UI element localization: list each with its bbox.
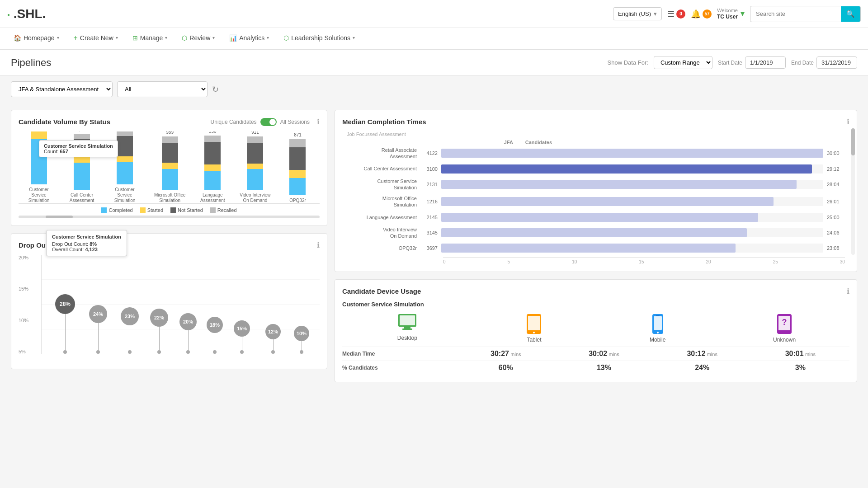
device-unknown: ? Unknown <box>773 313 796 343</box>
bubble-line-7 <box>242 337 242 350</box>
search-button[interactable]: 🔍 <box>841 6 860 22</box>
nav-item-create-new[interactable]: + Create New ▾ <box>67 28 124 49</box>
bar-count-6: 911 <box>251 131 259 135</box>
top-bar: ● .SHL. English (US) ▾ ☰ 0 🔔 57 Welcome … <box>0 0 868 28</box>
search-bar: 🔍 <box>750 6 861 22</box>
bar-completed-6 <box>247 169 263 190</box>
nav-item-homepage[interactable]: 🏠 Homepage ▾ <box>7 28 66 49</box>
hbar-label-2: Call Center Assessment <box>347 165 417 172</box>
drop-out-rate-card: Drop Out Rate ℹ 20% 15% 10% 5% Customer … <box>11 233 327 369</box>
unknown-pct-value: 3% <box>795 364 806 371</box>
start-date-value[interactable]: 1/1/2019 <box>745 56 786 69</box>
bubble-line-4 <box>159 327 160 350</box>
unique-candidates-toggle-row: Unique Candidates All Sessions <box>211 118 310 126</box>
svg-rect-2 <box>400 315 415 325</box>
info-icon-median[interactable]: ℹ <box>847 117 849 126</box>
legend-color-completed <box>101 207 107 213</box>
alerts-badge: 57 <box>703 9 712 19</box>
nav-item-manage[interactable]: ⊞ Manage ▾ <box>126 28 174 49</box>
search-input[interactable] <box>750 7 841 21</box>
date-range-select[interactable]: Custom Range <box>654 56 712 69</box>
hbar-track-4 <box>441 197 823 206</box>
ytick-15: 15% <box>19 286 28 291</box>
bar-stack-6 <box>246 136 264 190</box>
bell-icon: 🔔 <box>691 9 701 19</box>
device-metrics-table: Median Time 30:27 mins 30:02 mins 30:12 … <box>342 347 849 375</box>
bubble-line-6 <box>215 333 215 350</box>
mobile-time: 30:12 mins <box>653 347 751 361</box>
chevron-down-icon: ▾ <box>353 35 355 40</box>
notifications-icon-group[interactable]: ☰ 0 <box>667 9 685 19</box>
nav-label-homepage: Homepage <box>24 34 55 42</box>
chart-scrollbar-thumb[interactable] <box>46 216 73 218</box>
chart-col-headers: JFA Candidates <box>417 140 845 145</box>
refresh-button[interactable]: ↻ <box>212 84 219 94</box>
assessment-filter-select[interactable]: All <box>117 81 208 97</box>
hbar-row-4: Microsoft OfficeSimulation 1216 26:01 <box>347 195 845 208</box>
col-header-empty <box>417 140 487 145</box>
bubble-circle-7: 15% <box>234 320 250 337</box>
svg-rect-3 <box>404 327 410 328</box>
bar-recalled-4 <box>162 136 178 143</box>
hbar-track-2 <box>441 164 823 174</box>
alerts-icon-group[interactable]: 🔔 57 <box>691 9 712 19</box>
nav-item-analytics[interactable]: 📊 Analytics ▾ <box>223 28 275 49</box>
pct-candidates-label: % Candidates <box>342 361 457 375</box>
hbar-label-7: OPQ32r <box>347 245 417 251</box>
bubble-dot-1 <box>63 350 67 354</box>
bar-not-started-5 <box>204 142 221 164</box>
hbar-fill-7 <box>441 244 736 253</box>
right-scrollbar <box>851 128 855 255</box>
info-icon-device[interactable]: ℹ <box>847 287 849 296</box>
nav-item-leadership[interactable]: ⬡ Leadership Solutions ▾ <box>277 28 361 49</box>
mobile-time-unit: mins <box>707 352 717 357</box>
analytics-icon: 📊 <box>229 34 237 42</box>
nav-label-review: Review <box>189 34 210 42</box>
tablet-pct-value: 13% <box>597 364 611 371</box>
user-menu[interactable]: Welcome TC User ▾ <box>717 7 745 21</box>
hbar-time-6: 24:06 <box>827 230 845 235</box>
hbar-jfa-5: 2145 <box>420 215 438 220</box>
median-completion-title: Median Completion Times <box>342 118 426 126</box>
hbar-jfa-2: 3100 <box>420 166 438 172</box>
desktop-label: Desktop <box>397 335 417 341</box>
page-header: Pipelines Show Data For: Custom Range St… <box>0 50 868 76</box>
bubble-dot-8 <box>271 350 275 354</box>
bar-group-4: 989 Microsoft OfficeSimulation <box>154 131 185 203</box>
assessment-type-select[interactable]: JFA & Standalone Assessment <box>11 81 113 97</box>
hbar-label-3: Customer ServiceSimulation <box>347 178 417 191</box>
unique-candidates-toggle[interactable] <box>260 118 277 126</box>
candidate-volume-card: Candidate Volume By Status Unique Candid… <box>11 110 327 226</box>
hbar-fill-5 <box>441 213 758 222</box>
bar-started-4 <box>162 163 178 169</box>
bubble-circle-6: 18% <box>207 317 223 333</box>
language-selector[interactable]: English (US) ▾ <box>613 7 662 20</box>
right-scrollbar-thumb[interactable] <box>851 128 855 155</box>
nav-item-review[interactable]: ⬡ Review ▾ <box>175 28 221 49</box>
device-metric-row-pct: % Candidates 60% 13% 24% 3% <box>342 361 849 375</box>
end-date-value[interactable]: 31/12/2019 <box>816 56 857 69</box>
bar-completed-7 <box>289 178 306 195</box>
bar-completed-4 <box>162 169 178 190</box>
language-label: English (US) <box>618 10 651 17</box>
bar-tooltip-1: Customer Service Simulation Count: 657 <box>39 140 118 157</box>
bubble-line-8 <box>273 339 274 350</box>
desktop-icon <box>396 313 419 333</box>
info-icon-dropout[interactable]: ℹ <box>317 241 320 249</box>
bar-chart-container: 2,123 Customer Service Simulation Count:… <box>19 131 320 218</box>
legend-color-not-started <box>170 207 176 213</box>
bar-not-started-7 <box>289 147 306 170</box>
unknown-time-unit: mins <box>805 352 816 357</box>
bar-count-7: 871 <box>294 132 302 137</box>
dropout-tooltip-overall: Overall Count: 4,123 <box>52 247 121 252</box>
bubble-4: 22% <box>150 309 168 354</box>
info-icon[interactable]: ℹ <box>317 117 320 126</box>
device-usage-card: Candidate Device Usage ℹ Customer Servic… <box>335 279 857 382</box>
bar-started-3 <box>117 156 133 162</box>
nav-label-create-new: Create New <box>80 34 113 42</box>
nav-bar: 🏠 Homepage ▾ + Create New ▾ ⊞ Manage ▾ ⬡… <box>0 28 868 50</box>
device-usage-title: Candidate Device Usage <box>342 287 421 295</box>
dropout-tooltip: Customer Service Simulation Drop Out Cou… <box>46 230 127 256</box>
home-icon: 🏠 <box>14 34 21 42</box>
chevron-down-icon: ▾ <box>57 35 59 40</box>
